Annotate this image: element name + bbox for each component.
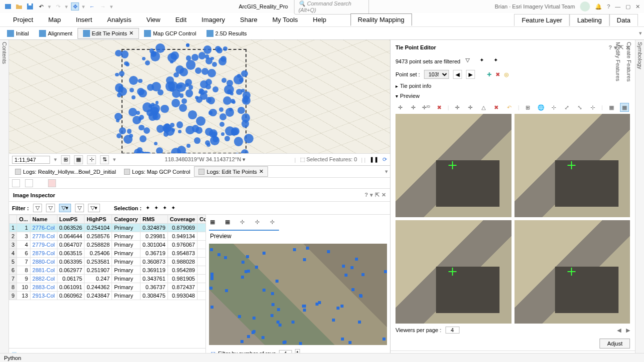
ribbon: Project Map Insert Analysis View Edit Im… xyxy=(0,13,644,27)
table-row[interactable]: 112776-Col0.0635260.254104Primary0.32487… xyxy=(10,224,206,232)
f3-icon[interactable]: ✦ xyxy=(494,57,502,66)
table-row[interactable]: 8102883-Col0.0610910.244362Primary0.3673… xyxy=(10,283,206,292)
filter-3[interactable]: ▽▾ xyxy=(59,204,71,212)
sel-2[interactable]: ✦ xyxy=(154,205,158,211)
table-row[interactable]: 342779-Col0.0647070.258828Primary0.30100… xyxy=(10,241,206,249)
coordinates: 118.3480319°W 34.1143712°N ▾ xyxy=(120,156,290,163)
table-row[interactable]: 462879-Col0.0635150.25406Primary0.367190… xyxy=(10,249,206,258)
symbology-tab[interactable]: Symbology xyxy=(637,42,643,360)
redo-icon[interactable]: ↷ xyxy=(54,2,62,10)
scale-input[interactable]: 1:11,947 xyxy=(12,156,50,164)
tpe-info-section[interactable]: ▸Tie point info xyxy=(390,81,635,91)
back-icon[interactable]: ← xyxy=(88,2,96,10)
const-icon[interactable]: ⊹ xyxy=(87,155,96,164)
pv-2[interactable]: ▦ xyxy=(225,219,233,228)
viewer-1[interactable] xyxy=(396,114,512,217)
sel-4[interactable]: ✦ xyxy=(171,205,176,211)
tab-map[interactable]: Map xyxy=(41,14,68,25)
dtab-initial[interactable]: Initial xyxy=(2,28,34,38)
log-gcp[interactable]: Logs: Map GCP Control xyxy=(120,167,194,176)
pause-icon[interactable]: ❚❚ xyxy=(370,156,378,163)
save-icon[interactable] xyxy=(26,2,34,10)
table-row[interactable]: 792882-Col0.061750.247Primary0.3437610.9… xyxy=(10,275,206,283)
inspector-title: Image Inspector xyxy=(13,192,55,198)
open-icon[interactable] xyxy=(15,2,23,10)
dtab-map-gcp[interactable]: Map GCP Control xyxy=(139,28,202,38)
filter-icon[interactable]: ▽ xyxy=(466,57,474,66)
app-title: ArcGIS_Reality_Pro xyxy=(239,3,288,9)
document-tabs: Initial Alignment Edit Tie Points✕ Map G… xyxy=(0,27,644,40)
log-b3[interactable] xyxy=(48,179,56,187)
close-tab-icon[interactable]: ✕ xyxy=(129,30,134,36)
tab-imagery[interactable]: Imagery xyxy=(194,14,232,25)
tab-share[interactable]: Share xyxy=(233,14,264,25)
viewer-3[interactable] xyxy=(396,220,512,324)
command-search[interactable]: 🔍 Command Search (Alt+Q) xyxy=(294,0,369,14)
viewers-input[interactable] xyxy=(446,327,460,334)
viewer-2[interactable] xyxy=(514,114,630,217)
tab-view[interactable]: View xyxy=(140,14,168,25)
ps-del[interactable]: ✖ xyxy=(496,71,500,78)
forward-icon[interactable]: → xyxy=(99,2,107,10)
filter-2[interactable]: ▽ xyxy=(46,204,55,212)
table-row[interactable]: 572880-Col0.0633950.253581Primary0.36087… xyxy=(10,258,206,266)
tab-reality-mapping[interactable]: Reality Mapping xyxy=(350,13,412,26)
ps-next[interactable]: ▶ xyxy=(466,70,475,79)
tab-help[interactable]: Help xyxy=(306,14,334,25)
help-icon[interactable]: ? xyxy=(607,3,610,9)
tab-edit[interactable]: Edit xyxy=(168,14,194,25)
contents-tab[interactable]: Contents xyxy=(2,42,8,360)
map-view[interactable]: 1:11,947▾ ⊞ ▦ ⊹ ⇅▾ 118.3480319°W 34.1143… xyxy=(9,40,390,166)
f2-icon[interactable]: ✦ xyxy=(480,57,488,66)
table-row[interactable]: 232778-Col0.0646440.258576Primary0.29981… xyxy=(10,232,206,241)
log-initial[interactable]: Logs: Reality_Hollyw...Bowl_2D_initial xyxy=(11,167,120,176)
tab-project[interactable]: Project xyxy=(6,14,40,25)
tpe-preview-section[interactable]: ▾Preview xyxy=(390,91,635,101)
correct-icon[interactable]: ⇅ xyxy=(100,155,109,164)
log-tiepoints[interactable]: Logs: Edit Tie Points✕ xyxy=(194,166,268,177)
pv-1[interactable]: ▦ xyxy=(210,219,218,228)
explore-icon[interactable]: ✥ xyxy=(71,2,79,10)
filter-4[interactable]: ▽ xyxy=(75,204,84,212)
preview-image[interactable] xyxy=(209,244,387,345)
tab-insert[interactable]: Insert xyxy=(69,14,100,25)
filter-1[interactable]: ▽ xyxy=(33,204,42,212)
avatar[interactable] xyxy=(580,1,590,11)
close-icon[interactable]: ✕ xyxy=(636,3,640,10)
ps-target[interactable]: ◎ xyxy=(504,71,509,78)
tab-feature-layer[interactable]: Feature Layer xyxy=(514,14,570,26)
bell-icon[interactable]: 🔔 xyxy=(595,3,602,10)
tab-mytools[interactable]: My Tools xyxy=(266,14,305,25)
dtab-edit-tie-points[interactable]: Edit Tie Points✕ xyxy=(78,28,139,39)
undo-icon[interactable]: ↶ xyxy=(37,2,45,10)
grid-icon[interactable]: ▦ xyxy=(74,155,83,164)
dtab-alignment[interactable]: Alignment xyxy=(34,28,78,38)
sel-1[interactable]: ✦ xyxy=(146,205,150,211)
log-b1[interactable] xyxy=(12,179,20,187)
pointset-select[interactable]: 1035 xyxy=(424,70,449,79)
filter-5[interactable]: ▽▾ xyxy=(88,204,100,212)
inspector-table[interactable]: O...NameLowPSHighPSCategoryRMSCoverageCo… xyxy=(9,215,206,300)
tab-analysis[interactable]: Analysis xyxy=(100,14,138,25)
viewer-4[interactable] xyxy=(514,220,630,324)
svg-rect-0 xyxy=(5,4,11,9)
ps-add[interactable]: ✚ xyxy=(487,71,492,78)
table-row[interactable]: 9132913-Col0.0609620.243847Primary0.3084… xyxy=(10,292,206,300)
table-row[interactable]: 682881-Col0.0629770.251907Primary0.36911… xyxy=(10,266,206,275)
pv-3[interactable]: ⊹ xyxy=(240,219,248,228)
maximize-icon[interactable]: ▢ xyxy=(626,3,630,10)
user-name[interactable]: Brian · Esri Imagery Virtual Team xyxy=(494,3,574,9)
refresh-icon[interactable]: ⟳ xyxy=(382,156,387,163)
tab-data[interactable]: Data xyxy=(610,14,638,26)
pv-5[interactable]: ⊹ xyxy=(270,219,278,228)
sel-3[interactable]: ✦ xyxy=(162,205,167,211)
log-b2[interactable] xyxy=(25,179,33,187)
tab-labeling[interactable]: Labeling xyxy=(570,14,609,26)
tabs-dropdown[interactable]: ▾ xyxy=(639,30,642,36)
pv-4[interactable]: ⊹ xyxy=(255,219,263,228)
dtab-25d-results[interactable]: 2.5D Results xyxy=(202,28,252,38)
ps-prev[interactable]: ◀ xyxy=(453,70,462,79)
new-project-icon[interactable] xyxy=(4,2,12,10)
minimize-icon[interactable]: — xyxy=(615,3,620,9)
snap-icon[interactable]: ⊞ xyxy=(61,155,70,164)
